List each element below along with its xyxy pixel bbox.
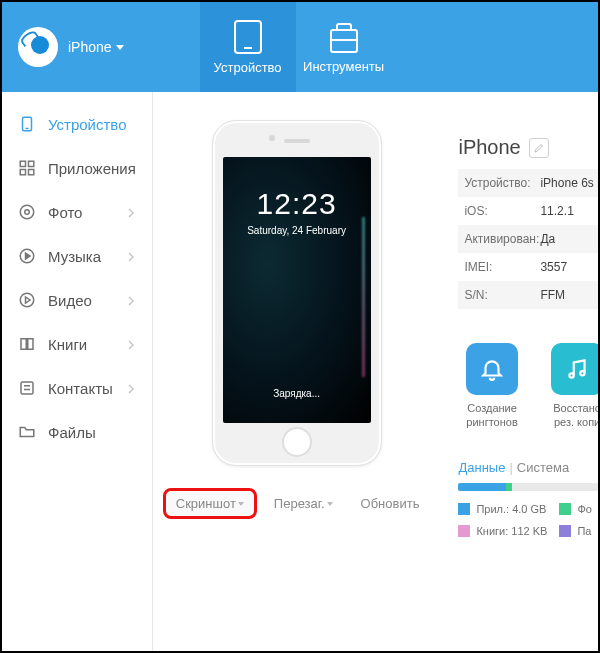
device-name: iPhone <box>458 136 520 159</box>
sidebar-item-music[interactable]: Музыка <box>2 234 152 278</box>
tablet-icon <box>234 20 262 54</box>
svg-point-16 <box>580 371 584 375</box>
device-info-panel: iPhone Устройство:iPhone 6s iOS:11.2.1 А… <box>458 102 600 651</box>
caret-down-icon <box>327 502 333 506</box>
legend-label: Прил.: 4.0 GB <box>476 503 546 515</box>
device-action-row: Скриншот Перезаг. Обновить <box>163 488 431 519</box>
svg-point-10 <box>20 293 34 307</box>
button-label: Скриншот <box>176 496 236 511</box>
phone-camera-icon <box>269 135 275 141</box>
sidebar-item-label: Книги <box>48 336 87 353</box>
header-tab-tools[interactable]: Инструменты <box>296 2 392 92</box>
svg-marker-11 <box>26 297 31 303</box>
info-key: IMEI: <box>458 260 540 274</box>
reboot-button[interactable]: Перезаг. <box>263 489 344 518</box>
sidebar-item-video[interactable]: Видео <box>2 278 152 322</box>
music-note-icon <box>551 343 600 395</box>
info-value: iPhone 6s <box>540 176 593 190</box>
device-name-row: iPhone <box>458 136 600 159</box>
home-button-icon <box>282 427 312 457</box>
info-row: Устройство:iPhone 6s <box>458 169 600 197</box>
folder-icon <box>18 423 36 441</box>
svg-point-6 <box>20 205 34 219</box>
device-icon <box>18 115 36 133</box>
legend-item: Книги: 112 KB <box>458 525 547 537</box>
chevron-right-icon <box>126 380 136 397</box>
lockscreen-status: Зарядка... <box>273 388 320 399</box>
app-header: iPhone Устройство Инструменты <box>2 2 598 92</box>
selected-device-label: iPhone <box>68 39 112 55</box>
svg-rect-5 <box>29 170 34 175</box>
svg-rect-2 <box>20 161 25 166</box>
sidebar-item-label: Файлы <box>48 424 96 441</box>
swatch-icon <box>559 503 571 515</box>
info-key: Активирован: <box>458 232 540 246</box>
info-row: Активирован:Да <box>458 225 600 253</box>
sidebar-item-label: Фото <box>48 204 82 221</box>
tab-separator: | <box>509 460 512 475</box>
info-value: 3557 <box>540 260 567 274</box>
device-screen-preview: 12:23 Saturday, 24 February Зарядка... <box>223 157 371 423</box>
info-row: IMEI:3557 <box>458 253 600 281</box>
svg-point-7 <box>25 210 30 215</box>
sidebar-item-device[interactable]: Устройство <box>2 102 152 146</box>
sidebar-item-photos[interactable]: Фото <box>2 190 152 234</box>
storage-tab-system[interactable]: Система <box>517 460 569 475</box>
screenshot-button[interactable]: Скриншот <box>163 488 257 519</box>
device-preview-column: 12:23 Saturday, 24 February Зарядка... С… <box>163 102 431 651</box>
button-label: Перезаг. <box>274 496 325 511</box>
storage-tabs: Данные | Система <box>458 460 600 475</box>
device-mockup: 12:23 Saturday, 24 February Зарядка... <box>212 120 382 466</box>
info-key: Устройство: <box>458 176 540 190</box>
swatch-icon <box>559 525 571 537</box>
photo-icon <box>18 203 36 221</box>
swatch-icon <box>458 503 470 515</box>
info-key: S/N: <box>458 288 540 302</box>
caret-down-icon <box>116 45 124 50</box>
backup-restore-button[interactable]: Восстано рез. копи <box>546 343 600 430</box>
device-selector[interactable]: iPhone <box>2 2 140 92</box>
legend-label: Книги: 112 KB <box>476 525 547 537</box>
sidebar-item-contacts[interactable]: Контакты <box>2 366 152 410</box>
music-icon <box>18 247 36 265</box>
svg-point-15 <box>569 373 573 377</box>
content-area: 12:23 Saturday, 24 February Зарядка... С… <box>153 92 600 651</box>
contacts-icon <box>18 379 36 397</box>
device-info-table: Устройство:iPhone 6s iOS:11.2.1 Активиро… <box>458 169 600 309</box>
header-tab-label: Инструменты <box>303 59 384 74</box>
video-icon <box>18 291 36 309</box>
header-tab-label: Устройство <box>214 60 282 75</box>
main-area: Устройство Приложения Фото Музыка Видео … <box>2 92 598 651</box>
storage-usage-bar <box>458 483 600 491</box>
app-logo-icon <box>18 27 58 67</box>
legend-label: Фо <box>577 503 591 515</box>
edit-name-button[interactable] <box>529 138 549 158</box>
header-tab-device[interactable]: Устройство <box>200 2 296 92</box>
phone-speaker-icon <box>284 139 310 143</box>
apps-icon <box>18 159 36 177</box>
info-value: 11.2.1 <box>540 204 573 218</box>
pencil-icon <box>533 142 545 154</box>
storage-segment-other <box>506 483 512 491</box>
legend-item: Па <box>559 525 600 537</box>
sidebar-item-files[interactable]: Файлы <box>2 410 152 454</box>
refresh-button[interactable]: Обновить <box>350 489 431 518</box>
tool-shortcuts: Создание рингтонов Восстано рез. копи <box>458 343 600 430</box>
ringtone-maker-button[interactable]: Создание рингтонов <box>458 343 525 430</box>
storage-tab-data[interactable]: Данные <box>458 460 505 475</box>
info-row: S/N:FFM <box>458 281 600 309</box>
toolbox-icon <box>330 29 358 53</box>
svg-marker-9 <box>26 253 31 259</box>
lockscreen-date: Saturday, 24 February <box>247 225 346 236</box>
sidebar-item-books[interactable]: Книги <box>2 322 152 366</box>
svg-rect-12 <box>21 382 33 394</box>
sidebar-item-label: Контакты <box>48 380 113 397</box>
legend-item: Прил.: 4.0 GB <box>458 503 547 515</box>
sidebar: Устройство Приложения Фото Музыка Видео … <box>2 92 153 651</box>
swatch-icon <box>458 525 470 537</box>
svg-rect-3 <box>29 161 34 166</box>
header-tabs: Устройство Инструменты <box>200 2 392 92</box>
sidebar-item-label: Приложения <box>48 160 136 177</box>
sidebar-item-apps[interactable]: Приложения <box>2 146 152 190</box>
svg-rect-4 <box>20 170 25 175</box>
